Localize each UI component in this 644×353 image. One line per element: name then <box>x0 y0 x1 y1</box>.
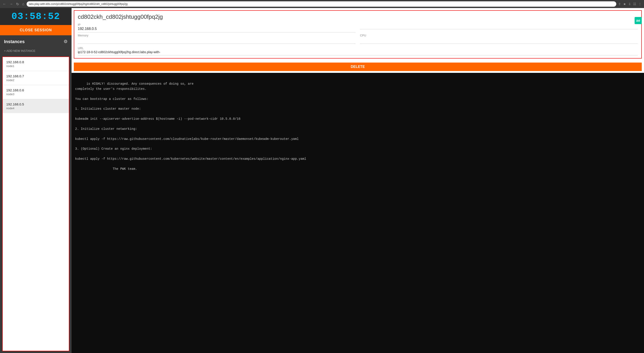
menu-icon[interactable]: ⋮ <box>638 2 642 6</box>
timer-section: 03:58:52 <box>0 8 72 25</box>
instance-name-node3: node3 <box>6 92 65 96</box>
sidebar: 03:58:52 CLOSE SESSION Instances ⚙ + ADD… <box>0 8 72 353</box>
back-button[interactable]: ← <box>2 1 7 6</box>
instance-name-node1: node1 <box>6 64 65 68</box>
cpu-field: CPU <box>360 34 638 44</box>
ip-value: 192.168.0.5 <box>78 27 356 32</box>
url-field: URL ip172-18-0-52-cd802ckhtugg00fpq2hg.d… <box>78 46 638 55</box>
download-icon[interactable]: ⇩ <box>628 2 632 6</box>
ip-label: IP <box>78 23 356 26</box>
toolbar-icons: ⇧ ★ ⇩ ☷ ⋮ <box>618 2 642 6</box>
share-icon[interactable]: ⇧ <box>618 2 622 6</box>
address-bar[interactable]: labs.play-with-k8s.com/p/cd802ckhtugg00f… <box>26 1 616 7</box>
memory-field: Memory <box>78 34 356 44</box>
ae-badge: ae <box>634 17 642 24</box>
ip-field: IP 192.168.0.5 <box>78 23 356 32</box>
terminal[interactable]: is HIGHLY! discouraged. Any consequences… <box>72 73 644 353</box>
instance-item-node1[interactable]: 192.168.0.8 node1 <box>3 57 69 71</box>
reload-button[interactable]: ↻ <box>15 1 20 7</box>
terminal-content: is HIGHLY! discouraged. Any consequences… <box>75 82 306 171</box>
cpu-label: CPU <box>360 34 638 37</box>
app-container: ae 03:58:52 CLOSE SESSION Instances ⚙ + … <box>0 8 644 353</box>
instance-name-node4: node4 <box>6 107 65 110</box>
gear-icon[interactable]: ⚙ <box>64 39 68 44</box>
main-content: cd802ckh_cd802jshtugg00fpq2jg IP 192.168… <box>72 8 644 353</box>
forward-button[interactable]: → <box>8 1 14 6</box>
add-instance-button[interactable]: + ADD NEW INSTANCE <box>0 48 72 55</box>
timer-display: 03:58:52 <box>4 11 68 22</box>
empty-value <box>360 23 638 29</box>
star-icon[interactable]: ★ <box>622 2 627 6</box>
instances-header: Instances ⚙ <box>0 35 72 48</box>
memory-label: Memory <box>78 34 356 37</box>
info-panel: cd802ckh_cd802jshtugg00fpq2jg IP 192.168… <box>74 10 642 58</box>
instance-name-node2: node2 <box>6 78 65 82</box>
home-button[interactable]: ⌂ <box>21 1 25 6</box>
url-label: URL <box>78 46 638 50</box>
instance-ip-node1: 192.168.0.8 <box>6 60 65 64</box>
instance-item-node3[interactable]: 192.168.0.6 node3 <box>3 85 69 99</box>
url-text: labs.play-with-k8s.com/p/cd802ckhtugg00f… <box>29 2 128 5</box>
instance-ip-node2: 192.168.0.7 <box>6 74 65 78</box>
delete-button[interactable]: DELETE <box>74 62 642 71</box>
close-session-button[interactable]: CLOSE SESSION <box>0 25 72 35</box>
info-grid: IP 192.168.0.5 Memory CPU URL ip172-18-0… <box>78 23 638 55</box>
extensions-icon[interactable]: ☷ <box>632 2 637 6</box>
url-value: ip172-18-0-52-cd802ckhtugg00fpq2hg.direc… <box>78 50 638 55</box>
instances-title: Instances <box>4 39 24 44</box>
instance-item-node4[interactable]: 192.168.0.5 node4 <box>3 99 69 113</box>
empty-field <box>360 23 638 32</box>
instance-ip-node3: 192.168.0.6 <box>6 88 65 92</box>
memory-value <box>78 37 356 44</box>
cpu-value <box>360 37 638 44</box>
browser-chrome: ← → ↻ ⌂ labs.play-with-k8s.com/p/cd802ck… <box>0 0 644 8</box>
page-title: cd802ckh_cd802jshtugg00fpq2jg <box>78 13 638 20</box>
instance-item-node2[interactable]: 192.168.0.7 node2 <box>3 71 69 85</box>
instance-list: 192.168.0.8 node1 192.168.0.7 node2 192.… <box>2 56 69 351</box>
instance-ip-node4: 192.168.0.5 <box>6 102 65 106</box>
